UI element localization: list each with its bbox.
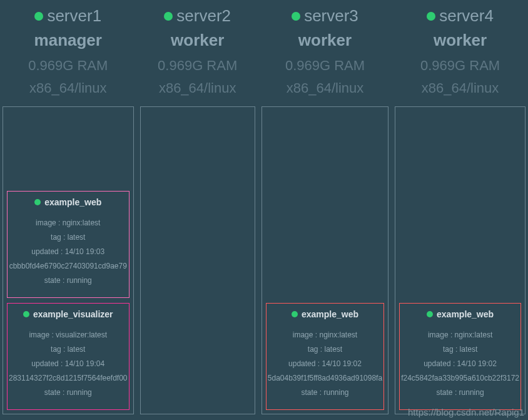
node-column: server2 worker 0.969G RAM x86_64/linux — [140, 3, 255, 414]
watermark-text: https://blog.csdn.net/Rapig1 — [408, 407, 524, 417]
node-name: server1 — [47, 6, 101, 26]
service-name: example_web — [437, 309, 494, 319]
status-dot-icon — [292, 311, 298, 317]
service-updated: updated : 14/10 19:02 — [401, 360, 519, 367]
node-ram: 0.969G RAM — [140, 58, 255, 74]
service-card[interactable]: example_visualizer image : visualizer:la… — [7, 303, 129, 410]
service-tag: tag : latest — [268, 346, 382, 353]
status-dot-icon — [427, 12, 435, 21]
node-column: server4 worker 0.969G RAM x86_64/linux e… — [395, 3, 525, 414]
service-tag: tag : latest — [9, 233, 128, 241]
service-image: image : nginx:latest — [9, 219, 128, 227]
service-updated: updated : 14/10 19:02 — [268, 360, 382, 367]
service-image: image : nginx:latest — [268, 331, 382, 339]
node-role: manager — [3, 31, 134, 50]
node-role: worker — [261, 31, 388, 50]
service-id: 283114327f2c8d1215f7564feefdf00 — [9, 374, 128, 382]
status-dot-icon — [23, 311, 29, 317]
node-name: server4 — [439, 6, 494, 26]
service-state: state : running — [9, 277, 128, 284]
service-state: state : running — [9, 389, 128, 396]
node-arch: x86_64/linux — [3, 80, 134, 96]
service-id: 5da04b39f1f5ff8ad4936ad91098fa — [268, 374, 382, 382]
status-dot-icon — [292, 12, 300, 21]
container-zone: example_web image : nginx:latest tag : l… — [395, 106, 525, 414]
node-header: server2 worker 0.969G RAM x86_64/linux — [140, 3, 255, 103]
node-title-row: server4 — [427, 6, 494, 26]
node-title-row: server3 — [292, 6, 358, 26]
status-dot-icon — [34, 12, 43, 21]
service-name: example_web — [44, 197, 101, 207]
service-title-row: example_web — [427, 309, 494, 319]
service-card[interactable]: example_web image : nginx:latest tag : l… — [266, 303, 384, 410]
service-name: example_visualizer — [33, 309, 113, 319]
service-name: example_web — [302, 309, 358, 319]
service-title-row: example_web — [34, 197, 101, 207]
service-tag: tag : latest — [401, 346, 519, 353]
service-card[interactable]: example_web image : nginx:latest tag : l… — [7, 191, 129, 298]
node-title-row: server2 — [164, 6, 231, 26]
node-ram: 0.969G RAM — [3, 58, 134, 74]
status-dot-icon — [164, 12, 173, 21]
node-grid: server1 manager 0.969G RAM x86_64/linux … — [0, 0, 528, 417]
container-zone: example_web image : nginx:latest tag : l… — [261, 106, 388, 414]
node-name: server3 — [304, 6, 358, 26]
service-tag: tag : latest — [9, 346, 128, 353]
node-header: server4 worker 0.969G RAM x86_64/linux — [395, 3, 525, 103]
service-image: image : visualizer:latest — [9, 331, 128, 339]
node-name: server2 — [176, 6, 231, 26]
node-role: worker — [395, 31, 525, 50]
node-header: server1 manager 0.969G RAM x86_64/linux — [3, 3, 134, 103]
node-ram: 0.969G RAM — [395, 58, 525, 74]
service-title-row: example_visualizer — [23, 309, 113, 319]
node-arch: x86_64/linux — [395, 80, 525, 96]
service-id: cbbb0fd4e6790c27403091cd9ae79 — [9, 262, 128, 270]
service-updated: updated : 14/10 19:03 — [9, 248, 128, 255]
service-card[interactable]: example_web image : nginx:latest tag : l… — [399, 303, 521, 410]
service-title-row: example_web — [292, 309, 358, 319]
status-dot-icon — [427, 311, 433, 317]
service-image: image : nginx:latest — [401, 331, 519, 339]
node-arch: x86_64/linux — [140, 80, 255, 96]
node-ram: 0.969G RAM — [261, 58, 388, 74]
container-zone — [140, 106, 255, 414]
service-state: state : running — [268, 389, 382, 396]
node-arch: x86_64/linux — [261, 80, 388, 96]
node-title-row: server1 — [34, 6, 101, 26]
node-role: worker — [140, 31, 255, 50]
container-zone: example_web image : nginx:latest tag : l… — [3, 106, 134, 414]
node-column: server3 worker 0.969G RAM x86_64/linux e… — [261, 3, 388, 414]
service-updated: updated : 14/10 19:04 — [9, 360, 128, 367]
node-header: server3 worker 0.969G RAM x86_64/linux — [261, 3, 388, 103]
service-state: state : running — [401, 389, 519, 396]
status-dot-icon — [34, 199, 41, 205]
node-column: server1 manager 0.969G RAM x86_64/linux … — [3, 3, 134, 414]
service-id: f24c5842faa33b995a610cb22f3172 — [401, 374, 519, 382]
